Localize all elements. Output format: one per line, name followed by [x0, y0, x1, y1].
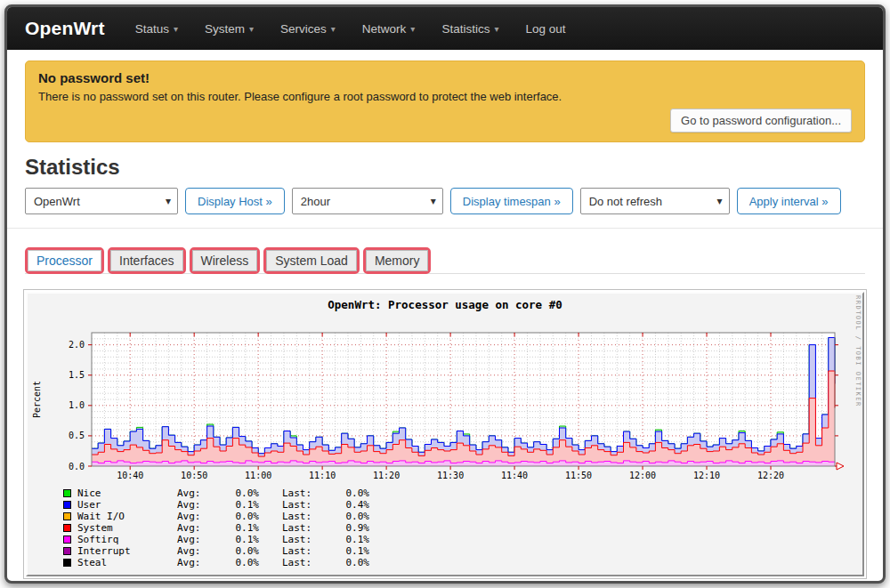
navbar-item-status[interactable]: Status ▾ — [135, 22, 178, 36]
legend-last-value: 0.1% — [325, 534, 369, 545]
chevron-down-icon: ▾ — [717, 195, 723, 207]
legend-avg-label: Avg: — [177, 499, 214, 511]
apply-interval-button[interactable]: Apply interval » — [737, 188, 841, 214]
legend-avg-label: Avg: — [177, 545, 214, 557]
legend-last-value: 0.1% — [325, 545, 369, 557]
legend-avg-label: Avg: — [177, 511, 214, 522]
legend-row: Interrupt Avg: 0.0% Last: 0.1% — [63, 545, 862, 557]
legend-swatch — [63, 524, 71, 532]
svg-text:0.5: 0.5 — [69, 431, 85, 440]
chevron-down-icon: ▾ — [166, 195, 171, 207]
legend-row: System Avg: 0.1% Last: 0.9% — [63, 522, 862, 534]
chevron-down-icon: ▾ — [249, 24, 254, 34]
tab-interfaces[interactable]: Interfaces — [110, 250, 182, 271]
legend-row: User Avg: 0.1% Last: 0.4% — [63, 499, 862, 511]
timespan-select[interactable]: 2hour ▾ — [292, 188, 443, 214]
legend-avg-value: 0.0% — [214, 511, 259, 522]
navbar-item-services[interactable]: Services ▾ — [280, 22, 336, 36]
rrdtool-watermark: RRDTOOL / TOBI OETIKER — [854, 295, 862, 407]
chart-legend: Nice Avg: 0.0% Last: 0.0% User Avg: 0.1%… — [28, 486, 862, 575]
svg-text:1.5: 1.5 — [69, 370, 85, 380]
tab-system-load[interactable]: System Load — [266, 250, 357, 271]
legend-avg-value: 0.0% — [214, 545, 259, 557]
legend-avg-value: 0.1% — [214, 522, 259, 534]
chevron-down-icon: ▾ — [431, 195, 436, 207]
display-host-button[interactable]: Display Host » — [185, 188, 285, 214]
navbar-item-network[interactable]: Network ▾ — [362, 22, 416, 36]
controls-row: OpenWrt ▾ Display Host » 2hour ▾ Display… — [25, 188, 865, 214]
navbar-item-label: Statistics — [441, 22, 490, 36]
svg-text:11:00: 11:00 — [245, 471, 271, 480]
legend-swatch — [63, 512, 71, 520]
legend-avg-value: 0.1% — [214, 499, 259, 511]
alert-message: There is no password set on this router.… — [38, 90, 852, 103]
legend-row: Softirq Avg: 0.1% Last: 0.1% — [63, 534, 862, 545]
browser-page: OpenWrt Status ▾ System ▾ Services ▾ Net… — [4, 4, 886, 584]
host-select-value: OpenWrt — [34, 195, 80, 208]
refresh-select-value: Do not refresh — [589, 195, 662, 208]
navbar-item-system[interactable]: System ▾ — [205, 22, 254, 36]
display-timespan-button[interactable]: Display timespan » — [450, 188, 573, 214]
no-password-alert: No password set! There is no password se… — [25, 60, 865, 142]
tab-highlight-box: Processor — [25, 247, 104, 274]
navbar-item-label: Status — [135, 22, 169, 36]
legend-row: Steal Avg: 0.0% Last: 0.0% — [63, 557, 862, 568]
svg-text:11:20: 11:20 — [373, 471, 400, 480]
alert-button-row: Go to password configuration... — [38, 109, 852, 133]
legend-last-label: Last: — [282, 545, 325, 557]
navbar-item-label: Services — [280, 22, 327, 36]
graph-box-core0: OpenWrt: Processor usage on core #0 RRDT… — [23, 289, 867, 579]
legend-last-value: 0.0% — [325, 511, 369, 522]
legend-avg-label: Avg: — [177, 487, 214, 499]
tab-highlight-box: System Load — [263, 247, 360, 274]
chevron-down-icon: ▾ — [331, 24, 336, 34]
alert-title: No password set! — [38, 70, 852, 85]
refresh-select[interactable]: Do not refresh ▾ — [580, 188, 730, 214]
tab-list: Processor Interfaces Wireless System Loa… — [25, 247, 431, 274]
legend-last-value: 0.4% — [325, 499, 369, 511]
svg-text:0.0: 0.0 — [69, 462, 85, 471]
legend-swatch — [63, 559, 71, 567]
host-select[interactable]: OpenWrt ▾ — [25, 188, 178, 214]
password-config-button[interactable]: Go to password configuration... — [670, 109, 852, 133]
tab-wireless[interactable]: Wireless — [192, 250, 258, 271]
legend-series-name: Softirq — [77, 534, 177, 545]
legend-last-value: 0.0% — [325, 557, 369, 568]
chevron-down-icon: ▾ — [174, 24, 178, 34]
timespan-select-value: 2hour — [301, 195, 330, 208]
legend-series-name: Nice — [77, 487, 177, 499]
rrd-graph-core0: OpenWrt: Processor usage on core #0 RRDT… — [26, 292, 864, 576]
separator — [7, 228, 883, 229]
legend-last-label: Last: — [282, 499, 325, 511]
legend-avg-label: Avg: — [177, 557, 214, 568]
legend-last-value: 0.9% — [325, 522, 369, 534]
svg-text:1.0: 1.0 — [69, 400, 85, 410]
legend-last-label: Last: — [282, 511, 325, 522]
legend-avg-label: Avg: — [177, 534, 214, 545]
tab-highlight-box: Wireless — [190, 247, 261, 274]
svg-text:11:10: 11:10 — [309, 471, 336, 480]
legend-last-label: Last: — [282, 557, 325, 568]
legend-series-name: System — [77, 522, 177, 534]
legend-avg-label: Avg: — [177, 522, 214, 534]
navbar: OpenWrt Status ▾ System ▾ Services ▾ Net… — [7, 7, 883, 50]
tab-processor[interactable]: Processor — [28, 250, 101, 271]
legend-last-value: 0.0% — [325, 487, 369, 499]
legend-avg-value: 0.0% — [214, 487, 259, 499]
navbar-menu: Status ▾ System ▾ Services ▾ Network ▾ S… — [135, 22, 566, 36]
legend-swatch — [63, 547, 71, 555]
cpu-usage-chart: 0.00.51.01.52.010:4010:5011:0011:1011:20… — [28, 311, 862, 482]
legend-swatch — [63, 501, 71, 509]
brand-logo: OpenWrt — [25, 18, 105, 39]
tab-memory[interactable]: Memory — [366, 250, 429, 271]
chevron-down-icon: ▾ — [410, 24, 415, 34]
navbar-item-label: Network — [362, 22, 407, 36]
legend-last-label: Last: — [282, 534, 325, 545]
navbar-item-log-out[interactable]: Log out — [525, 22, 565, 36]
chevron-down-icon: ▾ — [494, 24, 498, 34]
navbar-item-statistics[interactable]: Statistics ▾ — [441, 22, 498, 36]
svg-text:11:40: 11:40 — [501, 471, 528, 480]
legend-row: Wait I/O Avg: 0.0% Last: 0.0% — [63, 511, 862, 522]
svg-text:12:00: 12:00 — [629, 471, 656, 480]
tab-highlight-box: Memory — [363, 247, 432, 274]
